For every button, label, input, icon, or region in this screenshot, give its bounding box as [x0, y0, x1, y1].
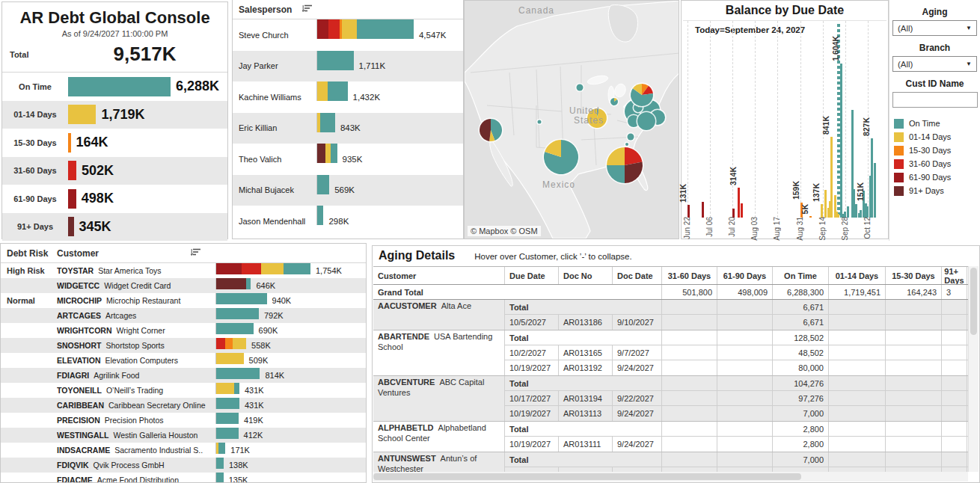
- sort-icon[interactable]: [302, 4, 312, 15]
- sort-icon[interactable]: [191, 248, 200, 259]
- bar-segment[interactable]: [242, 263, 260, 274]
- bar-segment[interactable]: [216, 398, 239, 409]
- legend-item[interactable]: 91+ Days: [889, 184, 980, 197]
- cust-id-name-input[interactable]: [892, 92, 978, 108]
- group-total-row[interactable]: Total104,276: [505, 376, 968, 391]
- bar-segment[interactable]: [317, 206, 323, 225]
- bar-segment[interactable]: [284, 263, 310, 274]
- group-total-row[interactable]: Total128,502: [505, 330, 968, 345]
- bar-segment[interactable]: [320, 113, 335, 132]
- customer-row[interactable]: FDIACMEAcme Food Distribution135K: [1, 473, 366, 483]
- bar-segment[interactable]: [225, 338, 232, 349]
- group-total-row[interactable]: Total2,800: [505, 422, 968, 437]
- bar-segment[interactable]: [216, 368, 260, 379]
- map-pie[interactable]: [538, 120, 542, 124]
- branch-filter-dropdown[interactable]: (All) ▼: [892, 56, 977, 72]
- summary-row[interactable]: 01-14 Days1,719K: [2, 101, 227, 129]
- customer-row[interactable]: FDIAGRIAgrilink Food814K: [1, 368, 366, 383]
- customer-row[interactable]: WIDGETCCWidget Credit Card646K: [1, 278, 366, 293]
- bar-segment[interactable]: [216, 293, 267, 304]
- bar-segment[interactable]: [317, 144, 325, 163]
- vertical-scrollbar-thumb[interactable]: [970, 268, 977, 335]
- bar-segment[interactable]: [317, 175, 329, 194]
- summary-row[interactable]: 15-30 Days164K: [2, 129, 227, 157]
- salesperson-row[interactable]: Michal Bujacek569K: [233, 175, 463, 206]
- bar[interactable]: [741, 203, 743, 218]
- customer-row[interactable]: TOYONEILLO’Neill’s Trading431K: [1, 383, 366, 398]
- bar[interactable]: [68, 105, 96, 124]
- bar-segment[interactable]: [216, 308, 259, 319]
- customer-row[interactable]: PRECISIONPrecision Photos419K: [1, 413, 366, 428]
- bar[interactable]: [702, 202, 704, 218]
- bar[interactable]: [821, 204, 823, 218]
- invoice-row[interactable]: 10/17/2027AR0131949/22/202797,276: [505, 391, 968, 406]
- customer-row[interactable]: FDIQVIKQvik Process GmbH138K: [1, 458, 366, 473]
- group-customer-cell[interactable]: AACUSTOMERAlta Ace: [373, 300, 505, 330]
- salesperson-row[interactable]: Kachine Williams1,432K: [233, 81, 463, 113]
- bar-segment[interactable]: [357, 19, 414, 39]
- bar-segment[interactable]: [234, 383, 239, 394]
- bar-segment[interactable]: [216, 263, 242, 274]
- map-pie[interactable]: [637, 112, 655, 130]
- customer-group[interactable]: ALPHABETLDAlphabetland School CenterTota…: [373, 422, 968, 452]
- group-customer-cell[interactable]: ANTUNSWESTAntun’s of Westchester: [373, 452, 505, 472]
- bar[interactable]: [871, 138, 873, 218]
- bar-segment[interactable]: [317, 19, 328, 39]
- horizontal-scrollbar-thumb[interactable]: [373, 473, 801, 480]
- aging-filter-dropdown[interactable]: (All) ▼: [892, 20, 977, 36]
- column-header[interactable]: 91+ Days: [942, 267, 967, 284]
- customer-row[interactable]: INDSACRAMESacramento Industrial S..171K: [1, 443, 366, 458]
- bar[interactable]: [866, 206, 869, 218]
- column-header[interactable]: Doc No: [559, 267, 613, 284]
- summary-row[interactable]: On Time6,288K: [2, 73, 227, 101]
- bar-segment[interactable]: [216, 278, 246, 289]
- bar[interactable]: [68, 189, 76, 209]
- column-header[interactable]: 61-90 Days: [717, 267, 773, 284]
- bar-segment[interactable]: [216, 473, 224, 483]
- group-customer-cell[interactable]: ABCVENTUREABC Capital Ventures: [373, 376, 505, 421]
- bar-segment[interactable]: [216, 383, 234, 394]
- bar-segment[interactable]: [317, 81, 328, 101]
- column-header[interactable]: Due Date: [505, 267, 559, 284]
- customer-row[interactable]: CARIBBEANCaribbean Secretary Online431K: [1, 398, 366, 413]
- invoice-row[interactable]: 10/19/2027AR0131119/24/20272,800: [505, 437, 968, 452]
- bar-segment[interactable]: [216, 413, 239, 424]
- map-pie[interactable]: [625, 143, 628, 146]
- column-header[interactable]: 15-30 Days: [886, 267, 942, 284]
- bar[interactable]: [860, 210, 862, 218]
- map-attribution[interactable]: © Mapbox © OSM: [468, 226, 541, 236]
- bar[interactable]: [824, 190, 827, 218]
- customer-row[interactable]: NormalMICROCHIPMicrochip Restaurant940K: [1, 293, 366, 308]
- column-header[interactable]: Customer: [373, 267, 505, 284]
- group-customer-cell[interactable]: ALPHABETLDAlphabetland School Center: [373, 422, 505, 452]
- bar[interactable]: [687, 205, 690, 218]
- bar[interactable]: [738, 188, 740, 218]
- map-pie[interactable]: [628, 134, 634, 141]
- map-panel[interactable]: Canada United States Mexico © Mapbox © O…: [464, 0, 679, 239]
- group-customer-cell[interactable]: ABARTENDEUSA Bartending School: [373, 330, 505, 375]
- customer-row[interactable]: WESTINGALLWestin Galleria Houston412K: [1, 428, 366, 443]
- salesperson-row[interactable]: Eric Killian843K: [233, 113, 463, 144]
- bar-segment[interactable]: [216, 323, 254, 334]
- customer-row[interactable]: ELEVATIONElevation Computers509K: [1, 353, 366, 368]
- legend-item[interactable]: 31-60 Days: [889, 157, 980, 170]
- bar[interactable]: [68, 77, 171, 96]
- salesperson-row[interactable]: Steve Church4,547K: [233, 19, 463, 51]
- bar-segment[interactable]: [328, 19, 340, 39]
- column-header[interactable]: 01-14 Days: [829, 267, 886, 284]
- bar-segment[interactable]: [331, 144, 337, 163]
- bar-segment[interactable]: [216, 458, 224, 469]
- bar[interactable]: [68, 161, 76, 180]
- customer-group[interactable]: AACUSTOMERAlta AceTotal6,67110/5/2027AR0…: [373, 300, 968, 330]
- invoice-row[interactable]: 10/2/2027AR0131659/7/202748,502: [505, 345, 968, 360]
- salesperson-row[interactable]: Jay Parker1,711K: [233, 51, 463, 82]
- bar-segment[interactable]: [216, 353, 244, 364]
- invoice-row[interactable]: 10/5/2027AR0131869/10/20276,671: [505, 315, 968, 330]
- bar-segment[interactable]: [342, 19, 357, 39]
- legend-item[interactable]: On Time: [889, 117, 980, 130]
- grand-total-row[interactable]: Grand Total501,800498,0096,288,3001,719,…: [373, 285, 968, 300]
- bar-segment[interactable]: [216, 428, 239, 439]
- column-header[interactable]: Doc Date: [613, 267, 662, 284]
- bar-segment[interactable]: [233, 338, 247, 349]
- vertical-scrollbar[interactable]: [968, 266, 979, 472]
